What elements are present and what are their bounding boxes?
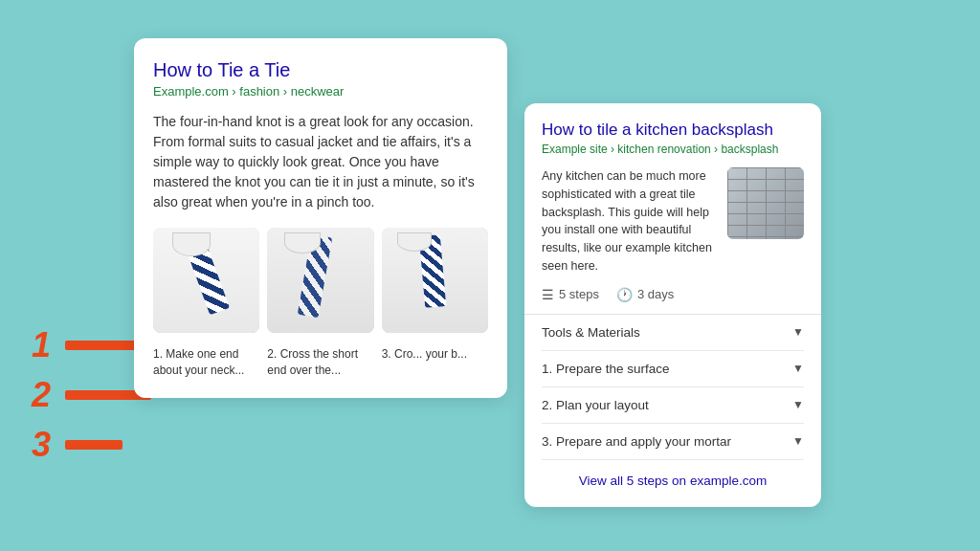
step-caption-2: 2. Cross the short end over the... (267, 346, 373, 379)
step-1-label: 1. Prepare the surface (542, 362, 670, 376)
meta-row: ☰ 5 steps 🕐 3 days (542, 287, 804, 302)
tile-description: Any kitchen can be much more sophisticat… (542, 167, 718, 276)
deco-num-2: 2 (27, 375, 56, 415)
chevron-down-icon-3: ▼ (792, 434, 804, 448)
clock-icon: 🕐 (616, 287, 633, 302)
deco-num-3: 3 (27, 425, 56, 465)
deco-line-3 (65, 440, 122, 450)
card-tie-breadcrumb: Example.com › fashion › neckwear (153, 84, 488, 99)
meta-time: 🕐 3 days (616, 287, 674, 302)
card-tie-description: The four-in-hand knot is a great look fo… (153, 112, 488, 212)
accordion-step-2[interactable]: 2. Plan your layout ▼ (542, 387, 804, 424)
accordion-tools-materials[interactable]: Tools & Materials ▼ (542, 315, 804, 351)
meta-steps: ☰ 5 steps (542, 287, 599, 302)
card-tile-breadcrumb: Example site › kitchen renovation › back… (542, 143, 804, 156)
step-captions: 1. Make one end about your neck... 2. Cr… (153, 346, 488, 379)
step-caption-1: 1. Make one end about your neck... (153, 346, 259, 379)
step-2-label: 2. Plan your layout (542, 398, 649, 412)
steps-label: 5 steps (559, 287, 599, 301)
chevron-down-icon-2: ▼ (792, 398, 804, 411)
chevron-down-icon-1: ▼ (792, 362, 804, 375)
deco-row-3: 3 (27, 425, 180, 465)
step-caption-3: 3. Cro... your b... (382, 346, 488, 379)
steps-icon: ☰ (542, 287, 554, 302)
chevron-down-icon-0: ▼ (792, 325, 804, 339)
card-tie-title: How to Tie a Tie (153, 59, 488, 81)
tie-image-2 (267, 228, 373, 333)
deco-num-1: 1 (27, 325, 56, 365)
tile-main-section: Any kitchen can be much more sophisticat… (542, 167, 804, 276)
card-tie-image-row (153, 228, 488, 333)
card-tile: How to tile a kitchen backsplash Example… (524, 103, 821, 507)
card-tile-title: How to tile a kitchen backsplash (542, 121, 804, 140)
step-3-label: 3. Prepare and apply your mortar (542, 434, 731, 449)
time-label: 3 days (637, 287, 674, 301)
tie-image-1 (153, 228, 259, 333)
tie-image-3 (382, 228, 488, 333)
card-tie: How to Tie a Tie Example.com › fashion ›… (134, 38, 507, 398)
view-all-link[interactable]: View all 5 steps on example.com (542, 460, 804, 490)
accordion-step-3[interactable]: 3. Prepare and apply your mortar ▼ (542, 424, 804, 460)
accordion-step-1[interactable]: 1. Prepare the surface ▼ (542, 351, 804, 387)
tile-image (727, 167, 804, 239)
tile-grid-pattern (727, 167, 804, 239)
tools-materials-label: Tools & Materials (542, 325, 640, 340)
